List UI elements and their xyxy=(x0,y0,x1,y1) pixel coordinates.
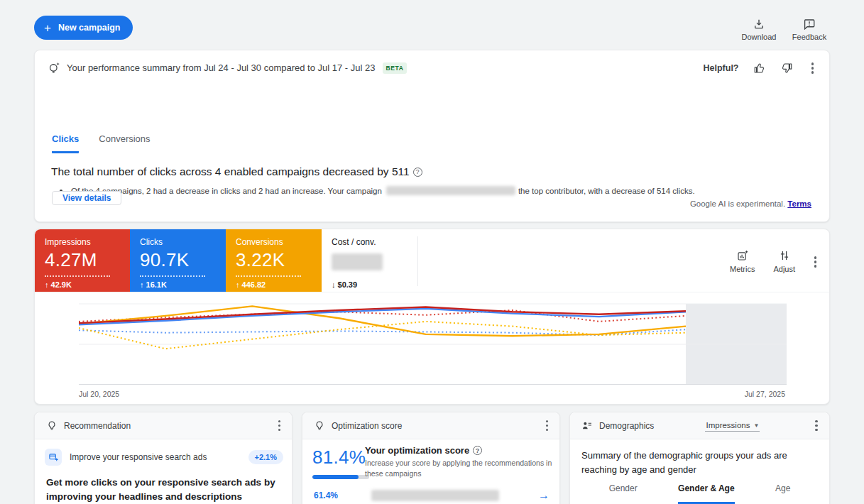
metric-value: 90.7K xyxy=(140,249,226,271)
demographics-metric-dropdown[interactable]: Impressions ▼ xyxy=(705,420,760,432)
ai-sparkle-bulb-icon xyxy=(48,61,61,75)
dropdown-selected-value: Impressions xyxy=(706,421,750,429)
metrics-button[interactable]: Metrics xyxy=(730,249,755,273)
demographics-card-title: Demographics xyxy=(599,421,654,431)
summary-header: Your performance summary from Jul 24 - J… xyxy=(48,60,818,77)
metrics-chart-card: Impressions 4.27M ↑ 42.9K Clicks 90.7K ↑… xyxy=(34,229,830,405)
uplift-badge: +2.1% xyxy=(248,450,284,464)
metric-label: Cost / conv. xyxy=(332,237,417,247)
beta-badge: BETA xyxy=(383,62,408,74)
recommendation-card-title: Recommendation xyxy=(64,421,131,431)
download-label: Download xyxy=(742,33,777,41)
feedback-label: Feedback xyxy=(792,33,826,41)
x-axis-end-label: Jul 27, 2025 xyxy=(745,390,785,398)
performance-chart[interactable] xyxy=(79,302,787,386)
help-icon[interactable]: ? xyxy=(473,446,482,455)
optimization-card-header: Optimization score xyxy=(302,412,559,439)
chart-overflow-menu[interactable] xyxy=(810,253,821,270)
campaign-score-row[interactable]: 61.4% → xyxy=(302,483,559,504)
adjust-button[interactable]: Adjust xyxy=(773,249,795,273)
metric-value: 4.27M xyxy=(45,249,130,271)
optimization-text-block: Your optimization score ? Increase your … xyxy=(365,445,552,478)
metric-label: Impressions xyxy=(45,237,130,247)
optimization-progress-bar xyxy=(312,475,369,479)
metric-delta: ↑ 446.82 xyxy=(236,280,322,289)
metric-tiles-row: Impressions 4.27M ↑ 42.9K Clicks 90.7K ↑… xyxy=(35,229,417,292)
optimization-title: Your optimization score ? xyxy=(365,445,552,456)
thumbs-down-button[interactable] xyxy=(780,62,793,75)
download-icon xyxy=(753,18,765,31)
recommendation-overflow-menu[interactable] xyxy=(274,417,285,434)
metric-value-redacted xyxy=(332,249,417,271)
metric-label: Clicks xyxy=(140,237,226,247)
dotted-separator xyxy=(236,275,301,277)
dotted-separator xyxy=(140,275,205,277)
demographics-card-header: Demographics Impressions ▼ xyxy=(570,412,829,439)
optimization-progress-fill xyxy=(312,475,359,479)
metric-tile[interactable]: Cost / conv. ↓ $0.39 xyxy=(322,229,417,292)
new-campaign-button[interactable]: + New campaign xyxy=(34,16,133,40)
summary-overflow-menu[interactable] xyxy=(807,60,819,77)
redacted-campaign-name xyxy=(371,490,499,501)
performance-summary-card: Your performance summary from Jul 24 - J… xyxy=(34,50,830,222)
metrics-button-label: Metrics xyxy=(730,265,755,273)
optimization-description: Increase your score by applying the reco… xyxy=(365,458,552,478)
feedback-icon xyxy=(803,18,816,31)
recommendation-item-label: Improve your responsive search ads xyxy=(70,452,207,462)
metric-tile[interactable]: Conversions 3.22K ↑ 446.82 xyxy=(226,229,322,292)
metric-delta: ↑ 16.1K xyxy=(140,280,226,289)
demographics-tabs: Gender Gender & Age Age xyxy=(570,483,829,504)
summary-tabs: Clicks Conversions xyxy=(52,133,151,153)
tab-conversions[interactable]: Conversions xyxy=(99,133,150,153)
up-arrow-icon: ↑ xyxy=(236,280,240,289)
recommendation-card-header: Recommendation xyxy=(35,412,292,439)
google-ads-overview-page: { "colors": { "accent_blue": "#1A73E8", … xyxy=(0,0,864,504)
down-arrow-icon: ↓ xyxy=(332,280,336,289)
tab-age[interactable]: Age xyxy=(775,483,790,504)
adjust-sliders-icon xyxy=(778,249,791,262)
recommendation-card: Recommendation Improve your responsive s… xyxy=(34,412,292,504)
bullet-text-after: the top contributor, with a decrease of … xyxy=(518,187,695,195)
tab-gender-and-age[interactable]: Gender & Age xyxy=(678,483,735,504)
tile-divider xyxy=(417,236,418,286)
recommendation-headline[interactable]: Get more clicks on your responsive searc… xyxy=(35,466,292,503)
row-divider xyxy=(35,292,829,292)
demographics-overflow-menu[interactable] xyxy=(811,417,822,434)
optimization-score-block: 81.4% xyxy=(312,447,369,479)
tab-clicks[interactable]: Clicks xyxy=(52,133,79,153)
thumbs-up-button[interactable] xyxy=(753,62,766,75)
demographics-summary-text: Summary of the demographic groups your a… xyxy=(570,439,829,477)
plus-icon: + xyxy=(44,22,51,34)
metric-tile[interactable]: Clicks 90.7K ↑ 16.1K xyxy=(130,229,226,292)
tab-gender[interactable]: Gender xyxy=(609,483,638,504)
summary-bullet: Of the 4 campaigns, 2 had a decrease in … xyxy=(60,186,695,195)
view-details-button[interactable]: View details xyxy=(52,191,121,205)
demographics-card: Demographics Impressions ▼ Summary of th… xyxy=(569,412,830,504)
metrics-icon xyxy=(736,249,749,262)
responsive-ads-icon xyxy=(45,449,62,466)
feedback-button[interactable]: Feedback xyxy=(784,18,834,41)
chart-toolbar: Metrics Adjust xyxy=(730,249,795,273)
metric-value: 3.22K xyxy=(236,249,322,271)
performance-chart-svg xyxy=(79,302,787,386)
thumbs-up-icon xyxy=(753,62,766,75)
terms-link[interactable]: Terms xyxy=(787,199,811,208)
adjust-button-label: Adjust xyxy=(773,265,795,273)
metric-tile[interactable]: Impressions 4.27M ↑ 42.9K xyxy=(35,229,130,292)
spacer xyxy=(332,275,397,277)
x-axis-start-label: Jul 20, 2025 xyxy=(79,390,119,398)
ai-disclaimer-text: Google AI is experimental. xyxy=(690,199,785,208)
right-arrow-icon[interactable]: → xyxy=(538,489,549,502)
metric-delta: ↑ 42.9K xyxy=(45,280,130,289)
recommendation-item[interactable]: Improve your responsive search ads +2.1% xyxy=(35,439,292,466)
campaign-score-value: 61.4% xyxy=(314,491,338,500)
new-campaign-label: New campaign xyxy=(58,23,121,33)
dotted-separator xyxy=(45,275,110,277)
helpful-label: Helpful? xyxy=(704,63,739,73)
help-icon[interactable]: ? xyxy=(413,168,422,177)
download-button[interactable]: Download xyxy=(734,18,784,41)
summary-headline: The total number of clicks across 4 enab… xyxy=(51,165,422,178)
thumbs-down-icon xyxy=(780,62,793,75)
optimization-overflow-menu[interactable] xyxy=(542,417,553,434)
metric-label: Conversions xyxy=(236,237,322,247)
